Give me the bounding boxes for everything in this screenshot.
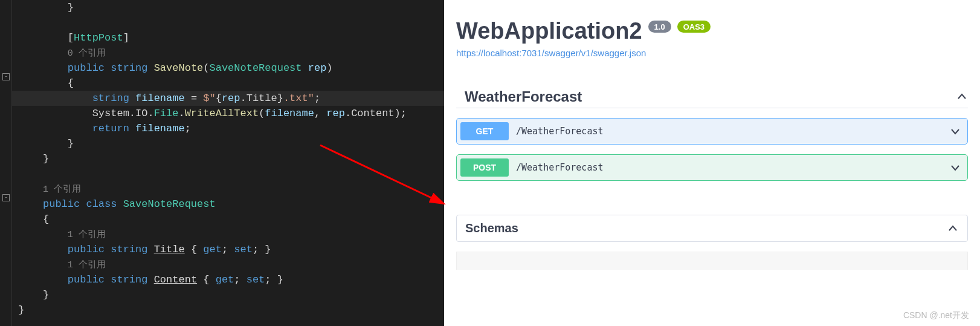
chevron-down-icon bbox=[949, 125, 961, 137]
code-line[interactable]: 0 个引用 bbox=[12, 45, 444, 60]
code-line[interactable]: return filename; bbox=[12, 121, 444, 136]
code-line[interactable]: } bbox=[12, 0, 444, 15]
code-editor[interactable]: - - } [HttpPost] 0 个引用 public string Sav… bbox=[0, 0, 444, 326]
operation-path: /WeatherForecast bbox=[516, 162, 604, 173]
code-line[interactable] bbox=[12, 15, 444, 30]
code-line[interactable]: } bbox=[12, 302, 444, 318]
code-line[interactable]: public string Content { get; set; } bbox=[12, 272, 444, 287]
code-line[interactable]: } bbox=[12, 136, 444, 151]
version-badge: 1.0 bbox=[648, 21, 671, 33]
fold-toggle[interactable]: - bbox=[2, 73, 10, 80]
code-line[interactable]: 1 个引用 bbox=[12, 227, 444, 242]
schemas-title: Schemas bbox=[465, 221, 518, 235]
swagger-panel: WebApplication2 1.0 OAS3 https://localho… bbox=[444, 0, 980, 326]
code-line[interactable]: { bbox=[12, 76, 444, 91]
chevron-up-icon bbox=[947, 223, 959, 235]
watermark: CSDN @.net开发 bbox=[903, 310, 969, 321]
http-method-badge: POST bbox=[460, 158, 509, 177]
code-line[interactable]: [HttpPost] bbox=[12, 30, 444, 45]
code-line[interactable]: System.IO.File.WriteAllText(filename, re… bbox=[12, 106, 444, 121]
tag-section-header[interactable]: WeatherForecast bbox=[456, 88, 968, 108]
oas-badge: OAS3 bbox=[677, 21, 711, 33]
api-title: WebApplication2 bbox=[456, 18, 642, 44]
code-line[interactable]: public string SaveNote(SaveNoteRequest r… bbox=[12, 60, 444, 76]
editor-gutter: - - bbox=[0, 0, 12, 326]
operation-row[interactable]: GET/WeatherForecast bbox=[456, 118, 968, 145]
chevron-up-icon bbox=[956, 91, 968, 103]
code-line[interactable]: 1 个引用 bbox=[12, 257, 444, 272]
operation-row[interactable]: POST/WeatherForecast bbox=[456, 154, 968, 181]
code-line[interactable]: } bbox=[12, 151, 444, 166]
schemas-body bbox=[456, 252, 968, 270]
operations-list: GET/WeatherForecastPOST/WeatherForecast bbox=[456, 118, 968, 181]
code-line[interactable]: } bbox=[12, 287, 444, 302]
schemas-section-header[interactable]: Schemas bbox=[456, 215, 968, 242]
code-area[interactable]: } [HttpPost] 0 个引用 public string SaveNot… bbox=[12, 0, 444, 326]
code-line[interactable]: { bbox=[12, 212, 444, 227]
code-line[interactable]: public string Title { get; set; } bbox=[12, 242, 444, 257]
chevron-down-icon bbox=[949, 161, 961, 174]
code-line[interactable]: public class SaveNoteRequest bbox=[12, 197, 444, 212]
tag-name: WeatherForecast bbox=[456, 88, 582, 105]
http-method-badge: GET bbox=[460, 122, 509, 140]
swagger-url-link[interactable]: https://localhost:7031/swagger/v1/swagge… bbox=[456, 48, 968, 58]
swagger-header: WebApplication2 1.0 OAS3 bbox=[456, 18, 968, 44]
code-line[interactable] bbox=[12, 166, 444, 181]
operation-path: /WeatherForecast bbox=[516, 126, 604, 137]
fold-toggle[interactable]: - bbox=[2, 194, 10, 201]
code-line[interactable]: string filename = $"{rep.Title}.txt"; bbox=[12, 91, 444, 106]
code-line[interactable]: 1 个引用 bbox=[12, 181, 444, 197]
